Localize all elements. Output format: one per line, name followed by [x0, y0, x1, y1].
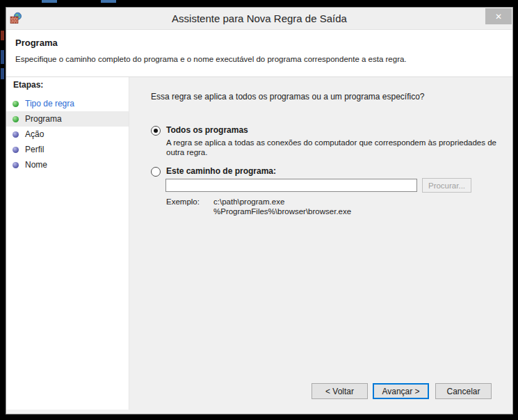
step-done-icon — [13, 116, 19, 122]
background-accent-segment — [101, 0, 116, 3]
background-artifact — [1, 31, 4, 40]
new-outbound-rule-wizard-window: Assistente para Nova Regra de Saída ✕ Pr… — [6, 7, 513, 414]
radio-label-todos-os-programas[interactable]: Todos os programas — [166, 125, 248, 135]
titlebar: Assistente para Nova Regra de Saída ✕ — [6, 8, 512, 30]
radio-este-caminho-de-programa[interactable] — [151, 167, 161, 177]
step-label: Nome — [25, 160, 47, 170]
wizard-main-panel: Essa regra se aplica a todos os programa… — [129, 77, 512, 410]
sidebar-item-acao: Ação — [6, 127, 129, 142]
option-description: A regra se aplica a todas as conexões do… — [166, 138, 508, 157]
background-artifact — [1, 68, 4, 79]
close-button[interactable]: ✕ — [485, 8, 512, 24]
page-description: Especifique o caminho completo do progra… — [15, 55, 512, 63]
steps-sidebar: Etapas: Tipo de regra Programa Ação Perf… — [6, 77, 129, 410]
window-title: Assistente para Nova Regra de Saída — [6, 8, 512, 29]
step-label[interactable]: Tipo de regra — [25, 99, 74, 108]
sidebar-item-tipo-de-regra[interactable]: Tipo de regra — [6, 96, 129, 111]
next-button[interactable]: Avançar > — [373, 383, 429, 399]
background-accent-segment — [42, 0, 57, 3]
example-label: Exemplo: — [166, 197, 213, 216]
step-pending-icon — [13, 147, 19, 153]
step-label: Ação — [25, 129, 44, 139]
firewall-icon — [10, 12, 22, 24]
step-pending-icon — [13, 162, 19, 168]
program-path-input[interactable] — [165, 179, 417, 192]
step-label: Perfil — [25, 145, 44, 154]
sidebar-item-programa[interactable]: Programa — [6, 111, 129, 127]
example-line: c:\path\program.exe — [213, 197, 351, 207]
close-icon: ✕ — [495, 12, 502, 22]
radio-label-este-caminho[interactable]: Este caminho de programa: — [166, 166, 276, 176]
wizard-page-header: Programa Especifique o caminho completo … — [6, 30, 512, 76]
background-artifact — [1, 50, 4, 64]
sidebar-item-perfil: Perfil — [6, 142, 129, 157]
step-label: Programa — [25, 114, 62, 124]
step-done-icon — [13, 101, 19, 107]
page-title: Programa — [15, 30, 512, 48]
cancel-button[interactable]: Cancelar — [435, 383, 492, 399]
steps-title: Etapas: — [6, 77, 129, 90]
step-pending-icon — [13, 131, 19, 138]
radio-todos-os-programas[interactable] — [151, 126, 161, 136]
example-line: %ProgramFiles%\browser\browser.exe — [213, 207, 351, 216]
back-button[interactable]: < Voltar — [311, 383, 368, 399]
browse-button[interactable]: Procurar... — [422, 178, 471, 193]
sidebar-item-nome: Nome — [6, 157, 129, 172]
question-text: Essa regra se aplica a todos os programa… — [151, 92, 425, 102]
path-example: Exemplo: c:\path\program.exe %ProgramFil… — [166, 197, 351, 216]
